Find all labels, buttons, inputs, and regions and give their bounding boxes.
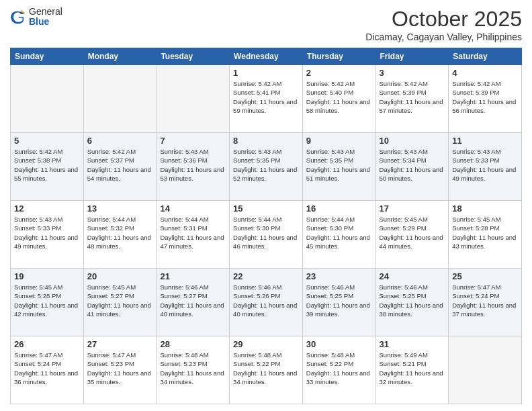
calendar-cell: 29Sunrise: 5:48 AM Sunset: 5:22 PM Dayli… xyxy=(230,336,303,404)
calendar-cell: 5Sunrise: 5:42 AM Sunset: 5:38 PM Daylig… xyxy=(11,133,84,201)
day-number: 30 xyxy=(306,339,372,349)
day-info: Sunrise: 5:45 AM Sunset: 5:28 PM Dayligh… xyxy=(452,215,518,250)
day-info: Sunrise: 5:42 AM Sunset: 5:40 PM Dayligh… xyxy=(306,79,372,115)
day-info: Sunrise: 5:43 AM Sunset: 5:35 PM Dayligh… xyxy=(233,147,299,183)
day-number: 14 xyxy=(160,203,226,214)
calendar-cell: 23Sunrise: 5:46 AM Sunset: 5:25 PM Dayli… xyxy=(302,269,375,336)
day-number: 13 xyxy=(87,203,153,214)
calendar-week-1: 1Sunrise: 5:42 AM Sunset: 5:41 PM Daylig… xyxy=(11,65,522,133)
day-number: 21 xyxy=(160,271,226,281)
calendar-cell: 7Sunrise: 5:43 AM Sunset: 5:36 PM Daylig… xyxy=(157,133,230,201)
day-number: 3 xyxy=(380,68,445,78)
calendar-cell: 6Sunrise: 5:42 AM Sunset: 5:37 PM Daylig… xyxy=(83,133,157,201)
calendar-cell: 9Sunrise: 5:43 AM Sunset: 5:35 PM Daylig… xyxy=(302,133,375,201)
day-info: Sunrise: 5:44 AM Sunset: 5:30 PM Dayligh… xyxy=(233,215,299,250)
calendar-cell: 4Sunrise: 5:42 AM Sunset: 5:39 PM Daylig… xyxy=(449,65,522,133)
calendar-cell: 28Sunrise: 5:48 AM Sunset: 5:23 PM Dayli… xyxy=(157,336,230,404)
day-header-tuesday: Tuesday xyxy=(157,48,230,65)
calendar-cell: 11Sunrise: 5:43 AM Sunset: 5:33 PM Dayli… xyxy=(449,133,522,201)
day-info: Sunrise: 5:48 AM Sunset: 5:22 PM Dayligh… xyxy=(306,351,372,386)
calendar-table: SundayMondayTuesdayWednesdayThursdayFrid… xyxy=(10,48,522,404)
title-section: October 2025 Dicamay, Cagayan Valley, Ph… xyxy=(365,7,522,42)
calendar-cell: 22Sunrise: 5:46 AM Sunset: 5:26 PM Dayli… xyxy=(230,269,303,336)
calendar-cell: 24Sunrise: 5:46 AM Sunset: 5:25 PM Dayli… xyxy=(375,269,449,336)
calendar-cell xyxy=(83,65,157,133)
calendar-cell: 14Sunrise: 5:44 AM Sunset: 5:31 PM Dayli… xyxy=(157,201,230,269)
day-info: Sunrise: 5:43 AM Sunset: 5:36 PM Dayligh… xyxy=(160,147,226,183)
day-number: 29 xyxy=(233,339,299,349)
logo-text: General Blue xyxy=(29,7,62,28)
day-info: Sunrise: 5:42 AM Sunset: 5:38 PM Dayligh… xyxy=(14,147,80,183)
day-info: Sunrise: 5:43 AM Sunset: 5:35 PM Dayligh… xyxy=(306,147,372,183)
day-number: 18 xyxy=(452,203,518,214)
calendar-cell: 21Sunrise: 5:46 AM Sunset: 5:27 PM Dayli… xyxy=(157,269,230,336)
logo-icon xyxy=(10,9,26,25)
calendar-week-3: 12Sunrise: 5:43 AM Sunset: 5:33 PM Dayli… xyxy=(11,201,522,269)
day-number: 20 xyxy=(87,271,153,281)
day-number: 7 xyxy=(160,136,226,146)
day-info: Sunrise: 5:44 AM Sunset: 5:32 PM Dayligh… xyxy=(87,215,153,250)
day-number: 9 xyxy=(306,136,372,146)
day-info: Sunrise: 5:47 AM Sunset: 5:24 PM Dayligh… xyxy=(452,283,518,318)
day-number: 2 xyxy=(306,68,372,78)
day-number: 17 xyxy=(380,203,445,214)
calendar-cell: 25Sunrise: 5:47 AM Sunset: 5:24 PM Dayli… xyxy=(449,269,522,336)
day-info: Sunrise: 5:47 AM Sunset: 5:23 PM Dayligh… xyxy=(87,351,153,386)
logo-general: General xyxy=(29,7,62,17)
day-header-thursday: Thursday xyxy=(302,48,375,65)
day-info: Sunrise: 5:45 AM Sunset: 5:28 PM Dayligh… xyxy=(14,283,80,318)
calendar-cell: 27Sunrise: 5:47 AM Sunset: 5:23 PM Dayli… xyxy=(83,336,157,404)
calendar-cell: 2Sunrise: 5:42 AM Sunset: 5:40 PM Daylig… xyxy=(302,65,375,133)
day-number: 11 xyxy=(452,136,518,146)
location: Dicamay, Cagayan Valley, Philippines xyxy=(365,32,522,42)
day-number: 26 xyxy=(14,339,80,349)
day-number: 12 xyxy=(14,203,80,214)
calendar-week-5: 26Sunrise: 5:47 AM Sunset: 5:24 PM Dayli… xyxy=(11,336,522,404)
day-number: 24 xyxy=(380,271,445,281)
day-info: Sunrise: 5:43 AM Sunset: 5:33 PM Dayligh… xyxy=(14,215,80,250)
day-number: 4 xyxy=(452,68,518,78)
calendar-cell: 20Sunrise: 5:45 AM Sunset: 5:27 PM Dayli… xyxy=(83,269,157,336)
day-info: Sunrise: 5:46 AM Sunset: 5:25 PM Dayligh… xyxy=(380,283,445,318)
calendar-cell: 10Sunrise: 5:43 AM Sunset: 5:34 PM Dayli… xyxy=(375,133,449,201)
day-number: 31 xyxy=(380,339,445,349)
header-row: SundayMondayTuesdayWednesdayThursdayFrid… xyxy=(11,48,522,65)
day-info: Sunrise: 5:44 AM Sunset: 5:31 PM Dayligh… xyxy=(160,215,226,250)
calendar-cell: 13Sunrise: 5:44 AM Sunset: 5:32 PM Dayli… xyxy=(83,201,157,269)
day-info: Sunrise: 5:48 AM Sunset: 5:23 PM Dayligh… xyxy=(160,351,226,386)
calendar-cell: 18Sunrise: 5:45 AM Sunset: 5:28 PM Dayli… xyxy=(449,201,522,269)
day-number: 25 xyxy=(452,271,518,281)
day-info: Sunrise: 5:48 AM Sunset: 5:22 PM Dayligh… xyxy=(233,351,299,386)
calendar-cell: 3Sunrise: 5:42 AM Sunset: 5:39 PM Daylig… xyxy=(375,65,449,133)
calendar-cell: 8Sunrise: 5:43 AM Sunset: 5:35 PM Daylig… xyxy=(230,133,303,201)
day-header-saturday: Saturday xyxy=(449,48,522,65)
calendar-cell: 30Sunrise: 5:48 AM Sunset: 5:22 PM Dayli… xyxy=(302,336,375,404)
calendar-cell: 1Sunrise: 5:42 AM Sunset: 5:41 PM Daylig… xyxy=(230,65,303,133)
day-number: 27 xyxy=(87,339,153,349)
calendar-cell: 15Sunrise: 5:44 AM Sunset: 5:30 PM Dayli… xyxy=(230,201,303,269)
day-info: Sunrise: 5:42 AM Sunset: 5:39 PM Dayligh… xyxy=(380,79,445,115)
calendar-cell: 26Sunrise: 5:47 AM Sunset: 5:24 PM Dayli… xyxy=(11,336,84,404)
calendar-cell: 19Sunrise: 5:45 AM Sunset: 5:28 PM Dayli… xyxy=(11,269,84,336)
day-info: Sunrise: 5:45 AM Sunset: 5:27 PM Dayligh… xyxy=(87,283,153,318)
day-info: Sunrise: 5:42 AM Sunset: 5:37 PM Dayligh… xyxy=(87,147,153,183)
day-header-sunday: Sunday xyxy=(11,48,84,65)
page: General Blue October 2025 Dicamay, Cagay… xyxy=(0,0,532,411)
day-header-friday: Friday xyxy=(375,48,449,65)
day-header-monday: Monday xyxy=(83,48,157,65)
calendar-cell: 12Sunrise: 5:43 AM Sunset: 5:33 PM Dayli… xyxy=(11,201,84,269)
day-number: 6 xyxy=(87,136,153,146)
calendar-cell xyxy=(449,336,522,404)
day-info: Sunrise: 5:46 AM Sunset: 5:26 PM Dayligh… xyxy=(233,283,299,318)
header: General Blue October 2025 Dicamay, Cagay… xyxy=(10,7,522,42)
day-number: 19 xyxy=(14,271,80,281)
day-number: 28 xyxy=(160,339,226,349)
calendar-cell: 16Sunrise: 5:44 AM Sunset: 5:30 PM Dayli… xyxy=(302,201,375,269)
logo: General Blue xyxy=(10,7,62,28)
day-number: 22 xyxy=(233,271,299,281)
day-info: Sunrise: 5:47 AM Sunset: 5:24 PM Dayligh… xyxy=(14,351,80,386)
calendar-cell xyxy=(11,65,84,133)
calendar-week-2: 5Sunrise: 5:42 AM Sunset: 5:38 PM Daylig… xyxy=(11,133,522,201)
day-header-wednesday: Wednesday xyxy=(230,48,303,65)
logo-blue: Blue xyxy=(29,17,62,27)
